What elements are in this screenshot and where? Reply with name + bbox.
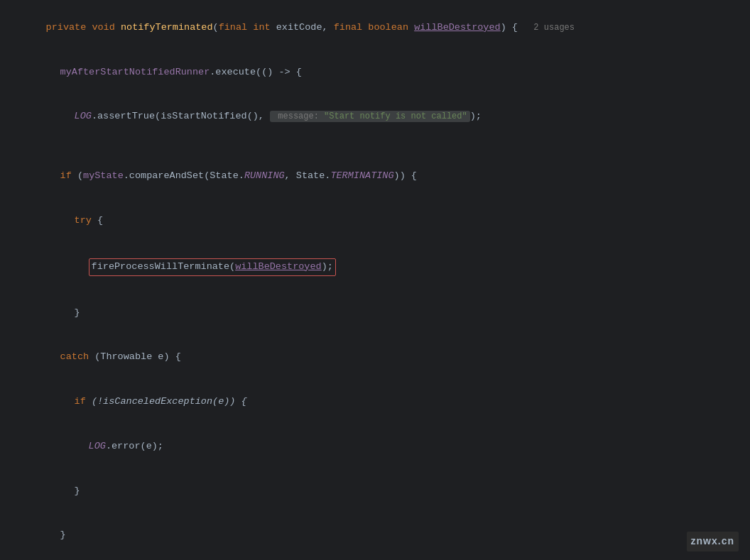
code-line-3: LOG.assertTrue(isStartNotified(), messag… <box>0 95 750 140</box>
code-line-11: LOG.error(e); <box>0 424 750 469</box>
code-line-1: private void notifyTerminated(final int … <box>0 6 750 50</box>
code-line-2: myAfterStartNotifiedRunner.execute(() ->… <box>0 50 750 95</box>
code-line-5: if (myState.compareAndSet(State.RUNNING,… <box>0 154 750 199</box>
code-editor: private void notifyTerminated(final int … <box>0 0 750 560</box>
code-line-10: if (!isCanceledException(e)) { <box>0 380 750 424</box>
highlight-box-1: fireProcessWillTerminate(willBeDestroyed… <box>89 258 336 276</box>
code-line-8: } <box>0 291 750 336</box>
code-line-7: fireProcessWillTerminate(willBeDestroyed… <box>0 243 750 291</box>
code-line-6: try { <box>0 199 750 243</box>
code-line-9: catch (Throwable e) { <box>0 335 750 380</box>
code-line-4 <box>0 139 750 154</box>
watermark: znwx.cn <box>687 532 739 551</box>
code-line-13: } <box>0 513 750 558</box>
code-line-12: } <box>0 469 750 514</box>
